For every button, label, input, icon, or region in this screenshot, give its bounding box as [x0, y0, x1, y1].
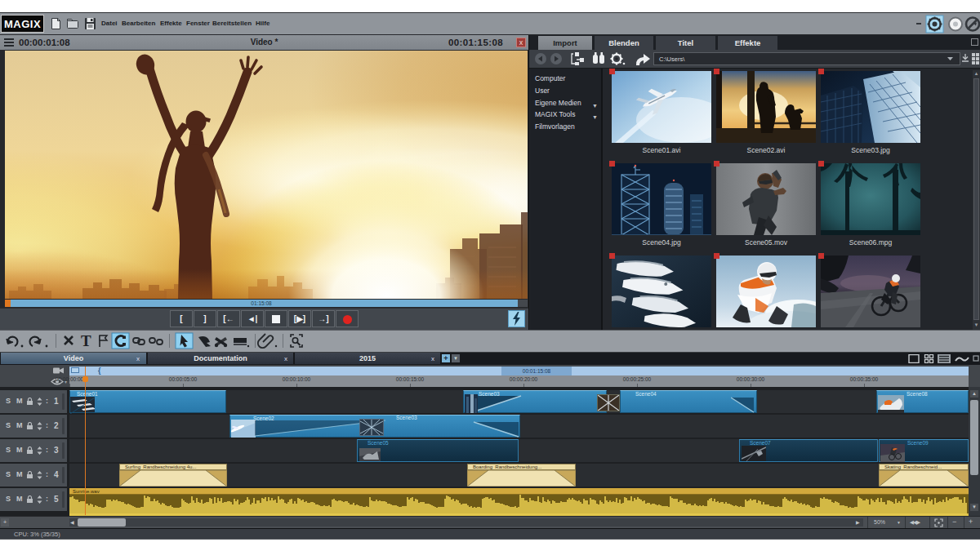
svg-text:T: T [81, 332, 91, 349]
svg-text:C:\Users\: C:\Users\ [659, 56, 685, 63]
